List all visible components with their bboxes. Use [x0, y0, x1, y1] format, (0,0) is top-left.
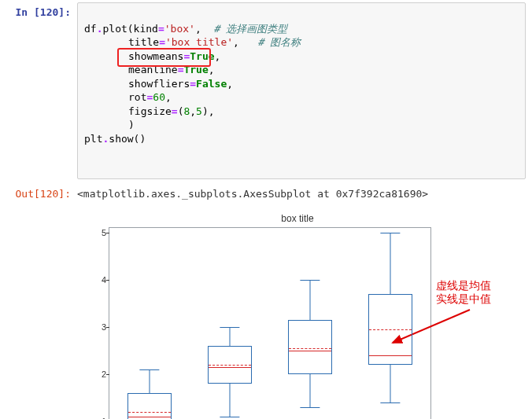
mean-line [128, 412, 171, 413]
iqr-box [288, 320, 332, 374]
annotation-text: 虚线是均值 实线是中值 [436, 279, 521, 307]
output-prompt: Out[120]: [6, 184, 77, 200]
plot-title: box title [77, 207, 518, 227]
y-tick-mark [106, 280, 109, 281]
whisker-line [390, 233, 391, 294]
code-comment: # 图名称 [257, 36, 301, 48]
whisker-line [230, 384, 231, 417]
y-tick-label: 3 [92, 322, 106, 332]
whisker-line [150, 369, 150, 393]
code-token: figsize [128, 105, 172, 117]
code-token: True [190, 50, 214, 62]
code-token: meanline [128, 64, 178, 75]
whisker-line [230, 327, 231, 346]
whisker-line [310, 374, 311, 407]
whisker-cap [380, 402, 400, 403]
whisker-cap [220, 417, 239, 417]
code-token: showfliers [128, 78, 190, 90]
whisker-cap [300, 280, 320, 281]
code-token: 60 [153, 91, 165, 103]
y-tick-label: 5 [92, 228, 106, 237]
y-tick-label: 1 [92, 417, 106, 419]
y-tick-mark [106, 374, 109, 375]
code-token: show() [109, 133, 146, 145]
code-token: 5 [196, 105, 202, 117]
annotation-line1: 虚线是均值 [436, 279, 521, 293]
plot-output: box title 虚线是均值 实线是中值 12345a1b1c1d1 CSDN… [77, 207, 518, 419]
code-token: , [209, 64, 215, 75]
code-token: df [84, 23, 97, 35]
y-tick-mark [106, 327, 109, 328]
code-token: , [233, 36, 257, 48]
code-token: 'box' [164, 23, 195, 35]
code-token: plot(kind [102, 23, 157, 35]
y-tick-mark [106, 233, 109, 233]
code-token: = [172, 105, 178, 117]
median-line [369, 355, 412, 356]
whisker-line [310, 280, 311, 320]
code-token: , [215, 50, 221, 62]
output-cell: Out[120]: <matplotlib.axes._subplots.Axe… [0, 182, 532, 202]
code-cell: In [120]: df.plot(kind='box', # 选择画图类型 t… [0, 0, 532, 182]
code-editor[interactable]: df.plot(kind='box', # 选择画图类型 title='box … [77, 2, 526, 179]
annotation-line2: 实线是中值 [436, 292, 521, 307]
code-token: = [159, 36, 165, 48]
code-token: title [128, 36, 159, 48]
input-prompt: In [120]: [6, 2, 77, 179]
code-token: , [165, 91, 172, 103]
y-tick-label: 2 [92, 369, 106, 379]
mean-line [369, 329, 412, 330]
mean-line [289, 348, 331, 349]
code-token: ), [202, 105, 215, 117]
code-token: False [196, 78, 227, 90]
code-token: rot [128, 91, 146, 103]
whisker-cap [380, 233, 400, 233]
code-token: , [195, 23, 213, 35]
code-token: , [227, 78, 233, 90]
median-line [128, 417, 171, 417]
mean-line [209, 365, 251, 366]
median-line [209, 367, 251, 368]
plot-axes: 虚线是均值 实线是中值 12345a1b1c1d1 [109, 227, 431, 419]
median-line [289, 351, 331, 351]
code-token: = [190, 78, 196, 90]
code-token: 'box title' [165, 36, 233, 48]
code-token: True [183, 64, 208, 75]
code-token: plt [84, 133, 102, 145]
whisker-cap [139, 369, 159, 370]
code-token: = [158, 23, 164, 35]
whisker-cap [220, 327, 239, 328]
output-text: <matplotlib.axes._subplots.AxesSubplot a… [77, 184, 526, 200]
code-comment: # 选择画图类型 [213, 23, 287, 35]
whisker-line [390, 365, 391, 402]
code-token: showmeans [128, 50, 183, 62]
code-token: ) [128, 119, 135, 130]
iqr-box [127, 393, 172, 419]
y-tick-label: 4 [92, 275, 106, 285]
whisker-cap [300, 407, 320, 408]
code-token: , [190, 105, 196, 117]
